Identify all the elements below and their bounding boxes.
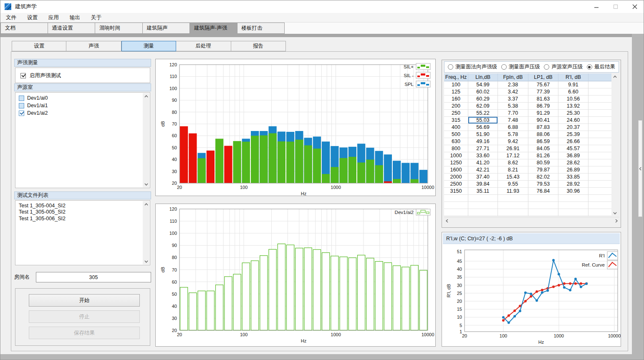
table-cell[interactable]: 86.79 bbox=[528, 103, 558, 110]
table-cell[interactable] bbox=[558, 209, 588, 216]
table-cell[interactable] bbox=[444, 209, 468, 216]
table-cell[interactable]: 5.38 bbox=[498, 103, 528, 110]
table-cell[interactable] bbox=[588, 209, 613, 216]
table-cell[interactable]: 630 bbox=[444, 138, 468, 145]
table-cell[interactable] bbox=[588, 152, 613, 159]
table-cell[interactable]: 11.93 bbox=[498, 188, 528, 195]
table-cell[interactable]: 25.30 bbox=[558, 110, 588, 117]
test-file-item[interactable]: Test 1_305-005_SI2 bbox=[15, 209, 150, 216]
test-file-item[interactable]: Test 1_305-004_SI2 bbox=[15, 202, 150, 209]
table-cell[interactable]: 7.48 bbox=[498, 117, 528, 124]
table-cell[interactable] bbox=[588, 181, 613, 188]
table-cell[interactable] bbox=[588, 166, 613, 174]
table-cell[interactable]: 2500 bbox=[444, 181, 468, 188]
tab-通道设置[interactable]: 通道设置 bbox=[48, 23, 96, 34]
table-cell[interactable] bbox=[468, 202, 498, 209]
table-cell[interactable]: 25.39 bbox=[558, 131, 588, 138]
table-cell[interactable]: 88.06 bbox=[528, 131, 558, 138]
table-cell[interactable]: 56.69 bbox=[468, 124, 498, 131]
table-cell[interactable]: 3.42 bbox=[498, 88, 528, 96]
table-cell[interactable] bbox=[498, 195, 528, 202]
tab-建筑隔声-声强[interactable]: 建筑隔声-声强 bbox=[190, 23, 237, 34]
table-cell[interactable]: 7.70 bbox=[498, 110, 528, 117]
table-cell[interactable] bbox=[588, 124, 613, 131]
table-cell[interactable]: 81.26 bbox=[528, 152, 558, 159]
table-cell[interactable]: 6.88 bbox=[498, 124, 528, 131]
tab-混响时间[interactable]: 混响时间 bbox=[95, 23, 143, 34]
channel-item[interactable]: Dev1/ai0 bbox=[15, 94, 150, 102]
maximize-button[interactable] bbox=[606, 0, 625, 13]
table-cell[interactable]: 33.85 bbox=[558, 174, 588, 181]
table-cell[interactable] bbox=[588, 188, 613, 195]
radio-button[interactable] bbox=[448, 64, 453, 70]
table-cell[interactable] bbox=[498, 209, 528, 216]
table-cell[interactable]: 400 bbox=[444, 124, 468, 131]
table-cell[interactable] bbox=[528, 209, 558, 216]
room-name-input[interactable]: 305 bbox=[36, 272, 151, 282]
table-cell[interactable]: 800 bbox=[444, 145, 468, 152]
table-cell[interactable]: 6.60 bbox=[558, 88, 588, 96]
channel-item[interactable]: Dev1/ai1 bbox=[15, 102, 150, 109]
table-cell[interactable] bbox=[558, 202, 588, 209]
table-cell[interactable]: 62.09 bbox=[468, 103, 498, 110]
tab-建筑隔声[interactable]: 建筑隔声 bbox=[143, 23, 190, 34]
table-cell[interactable] bbox=[528, 202, 558, 209]
table-cell[interactable]: 26.89 bbox=[558, 166, 588, 174]
subtab-后处理[interactable]: 后处理 bbox=[176, 41, 231, 51]
menu-item-设置[interactable]: 设置 bbox=[22, 13, 43, 22]
table-cell[interactable]: 24.60 bbox=[558, 117, 588, 124]
menu-item-关于[interactable]: 关于 bbox=[86, 13, 107, 22]
table-cell[interactable] bbox=[588, 145, 613, 152]
table-cell[interactable] bbox=[588, 103, 613, 110]
table-cell[interactable]: 2000 bbox=[444, 174, 468, 181]
minimize-button[interactable] bbox=[587, 0, 606, 13]
subtab-声强[interactable]: 声强 bbox=[66, 41, 121, 51]
table-cell[interactable]: 60.02 bbox=[468, 88, 498, 96]
table-cell[interactable]: 315 bbox=[444, 117, 468, 124]
table-cell[interactable]: 55.03 bbox=[468, 117, 498, 124]
table-cell[interactable]: 87.83 bbox=[528, 124, 558, 131]
table-cell[interactable]: 86.59 bbox=[528, 138, 558, 145]
tab-文档[interactable]: 文档 bbox=[0, 23, 48, 34]
table-cell[interactable]: 37.40 bbox=[468, 174, 498, 181]
table-cell[interactable]: 28.92 bbox=[558, 181, 588, 188]
subtab-报告[interactable]: 报告 bbox=[231, 41, 286, 51]
table-cell[interactable] bbox=[588, 81, 613, 88]
table-cell[interactable]: 3.37 bbox=[498, 96, 528, 103]
table-cell[interactable]: 84.05 bbox=[528, 145, 558, 152]
table-cell[interactable]: 1600 bbox=[444, 166, 468, 174]
table-cell[interactable]: 13.92 bbox=[558, 103, 588, 110]
table-cell[interactable]: 33.60 bbox=[468, 152, 498, 159]
table-cell[interactable]: 79.87 bbox=[528, 166, 558, 174]
table-cell[interactable]: 82.02 bbox=[528, 174, 558, 181]
table-cell[interactable]: 26.91 bbox=[498, 145, 528, 152]
table-cell[interactable]: 15.43 bbox=[498, 174, 528, 181]
table-cell[interactable]: 160 bbox=[444, 96, 468, 103]
start-button[interactable]: 开始 bbox=[29, 294, 140, 307]
table-cell[interactable] bbox=[588, 96, 613, 103]
radio-测量面声压级[interactable]: 测量面声压级 bbox=[501, 63, 540, 70]
table-cell[interactable]: 81.63 bbox=[528, 96, 558, 103]
table-cell[interactable]: 39.84 bbox=[468, 181, 498, 188]
radio-button[interactable] bbox=[544, 64, 549, 70]
table-cell[interactable] bbox=[444, 202, 468, 209]
table-cell[interactable]: 45.57 bbox=[558, 145, 588, 152]
table-cell[interactable]: 41.20 bbox=[468, 159, 498, 166]
table-cell[interactable]: 17.12 bbox=[498, 152, 528, 159]
table-cell[interactable]: 2.38 bbox=[498, 81, 528, 88]
table-cell[interactable]: 49.16 bbox=[468, 138, 498, 145]
tab-楼板打击[interactable]: 楼板打击 bbox=[237, 23, 285, 34]
table-cell[interactable]: 55.22 bbox=[468, 110, 498, 117]
table-cell[interactable]: 42.21 bbox=[468, 166, 498, 174]
save-results-button[interactable]: 保存结果 bbox=[29, 327, 140, 339]
channel-checkbox[interactable] bbox=[19, 111, 24, 116]
channel-list-scrollbar[interactable] bbox=[143, 93, 149, 187]
radio-button[interactable] bbox=[501, 64, 507, 70]
file-list-scrollbar[interactable] bbox=[143, 201, 149, 264]
table-cell[interactable]: 100 bbox=[444, 81, 468, 88]
table-cell[interactable] bbox=[588, 195, 613, 202]
table-cell[interactable]: 26.66 bbox=[558, 138, 588, 145]
table-cell[interactable] bbox=[588, 138, 613, 145]
table-cell[interactable]: 10.56 bbox=[558, 96, 588, 103]
radio-最后结果[interactable]: 最后结果 bbox=[587, 63, 615, 70]
